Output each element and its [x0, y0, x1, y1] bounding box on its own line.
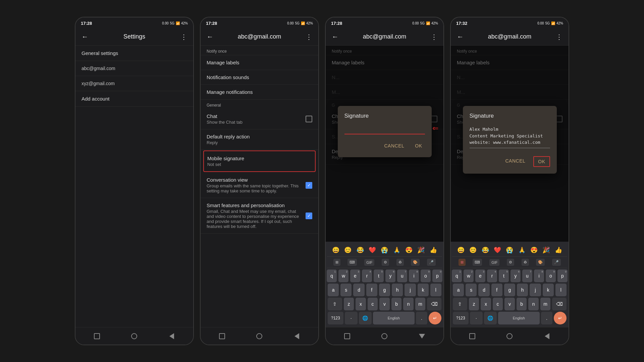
tool-grid-4[interactable]: ⊞ — [459, 259, 466, 266]
emoji-9[interactable]: 👍 — [429, 246, 438, 254]
key-g-4[interactable]: g — [504, 284, 515, 296]
key-y[interactable]: y6 — [385, 269, 395, 282]
tool-grid[interactable]: ⊞ — [333, 259, 340, 266]
notification-sounds-item[interactable]: Notification sounds — [201, 70, 318, 85]
key-m-4[interactable]: m — [540, 298, 551, 310]
general-settings-item[interactable]: General settings — [75, 46, 193, 61]
tool-mic[interactable]: 🎤 — [427, 259, 436, 266]
key-h[interactable]: h — [392, 284, 403, 296]
add-account-item[interactable]: Add account — [75, 91, 193, 107]
key-c[interactable]: c — [368, 298, 378, 310]
cancel-button-3[interactable]: Cancel — [381, 141, 407, 150]
key-n[interactable]: n — [403, 298, 414, 310]
key-f-4[interactable]: f — [491, 284, 502, 296]
back-button-3[interactable]: ← — [330, 32, 340, 42]
key-e[interactable]: e3 — [350, 269, 360, 282]
tool-gif[interactable]: GIF — [364, 259, 374, 266]
key-n-4[interactable]: n — [528, 298, 539, 310]
nav-triangle-3[interactable] — [419, 334, 425, 339]
menu-button-3[interactable]: ⋮ — [429, 32, 439, 42]
signature-input-3[interactable] — [344, 124, 425, 134]
nav-square-2[interactable] — [219, 333, 225, 339]
key-q-4[interactable]: q1 — [452, 269, 462, 282]
chat-checkbox[interactable] — [306, 116, 312, 122]
back-button-1[interactable]: ← — [80, 32, 90, 42]
key-d[interactable]: d — [353, 284, 364, 296]
nav-circle-3[interactable] — [381, 333, 387, 339]
key-dot-menu[interactable]: · — [345, 312, 358, 324]
key-p[interactable]: p0 — [432, 269, 442, 282]
nav-square-1[interactable] — [94, 333, 100, 339]
key-enter[interactable]: ↵ — [429, 312, 441, 324]
key-a-4[interactable]: a — [453, 284, 464, 296]
nav-square-4[interactable] — [469, 333, 475, 339]
key-z[interactable]: z — [344, 298, 354, 310]
conversation-view-item[interactable]: Conversation view Group emails with the … — [201, 173, 318, 198]
tool-settings-4[interactable]: ⚙ — [507, 259, 514, 266]
key-o-4[interactable]: o9 — [546, 269, 556, 282]
key-u[interactable]: u7 — [397, 269, 407, 282]
tool-mic-4[interactable]: 🎤 — [552, 259, 561, 266]
key-l[interactable]: l — [430, 284, 441, 296]
nav-triangle-4[interactable] — [545, 333, 549, 339]
chat-item[interactable]: Chat Show the Chat tab — [201, 109, 318, 129]
signature-input-4[interactable]: Alex Maholm Content Marketing Specialist… — [470, 124, 550, 148]
back-button-4[interactable]: ← — [455, 32, 465, 42]
key-y-4[interactable]: y6 — [511, 269, 521, 282]
emoji-2[interactable]: 😊 — [343, 246, 352, 254]
nav-triangle-1[interactable] — [169, 333, 174, 339]
tool-color[interactable]: 🎨 — [411, 259, 420, 266]
emoji-4-4[interactable]: ❤️ — [493, 246, 502, 254]
cancel-button-4[interactable]: Cancel — [502, 156, 528, 167]
tool-sticker[interactable]: ♻ — [396, 259, 404, 266]
key-num-4[interactable]: ?123 — [453, 312, 469, 324]
key-v-4[interactable]: v — [504, 298, 515, 310]
key-shift-4[interactable]: ⇧ — [453, 298, 467, 310]
key-m[interactable]: m — [415, 298, 426, 310]
key-b-4[interactable]: b — [517, 298, 527, 310]
key-o[interactable]: o9 — [421, 269, 431, 282]
ok-button-4[interactable]: OK — [533, 156, 550, 167]
nav-circle-4[interactable] — [506, 333, 513, 339]
key-x[interactable]: x — [356, 298, 366, 310]
manage-notifications-item[interactable]: Manage notifications — [201, 85, 318, 100]
account-abc-item[interactable]: abc@gmail.com ⇐ — [75, 61, 193, 76]
ok-button-3[interactable]: OK — [412, 141, 425, 150]
emoji-1[interactable]: 😄 — [331, 246, 340, 254]
emoji-4-7[interactable]: 😍 — [530, 246, 538, 254]
key-z-4[interactable]: z — [469, 298, 479, 310]
key-i[interactable]: i8 — [409, 269, 419, 282]
tool-color-4[interactable]: 🎨 — [536, 259, 545, 266]
smart-features-checkbox[interactable] — [306, 213, 312, 219]
key-globe-4[interactable]: 🌐 — [484, 312, 497, 324]
key-f[interactable]: f — [366, 284, 377, 296]
key-period-4[interactable]: . — [541, 312, 552, 324]
emoji-5[interactable]: 😭 — [380, 246, 389, 254]
key-h-4[interactable]: h — [517, 284, 528, 296]
key-j-4[interactable]: j — [530, 284, 541, 296]
emoji-4-2[interactable]: 😊 — [469, 246, 477, 254]
nav-triangle-2[interactable] — [294, 333, 299, 339]
key-t[interactable]: t5 — [374, 269, 384, 282]
key-s[interactable]: s — [340, 284, 352, 296]
emoji-4-6[interactable]: 🙏 — [518, 246, 526, 254]
key-w[interactable]: w2 — [338, 269, 348, 282]
smart-features-item[interactable]: Smart features and personalisation Gmail… — [201, 198, 318, 234]
key-period[interactable]: . — [416, 312, 427, 324]
emoji-8[interactable]: 🎉 — [417, 246, 425, 254]
emoji-4-3[interactable]: 😂 — [481, 246, 490, 254]
key-p-4[interactable]: p0 — [557, 269, 568, 282]
emoji-7[interactable]: 😍 — [405, 246, 413, 254]
key-s-4[interactable]: s — [466, 284, 477, 296]
tool-keyboard-4[interactable]: ⌨ — [473, 259, 482, 266]
tool-gif-4[interactable]: GIF — [489, 259, 499, 266]
mobile-signature-item[interactable]: Mobile signature Not set — [203, 150, 316, 172]
account-xyz-item[interactable]: xyz@gmail.com — [75, 76, 193, 91]
tool-keyboard[interactable]: ⌨ — [347, 259, 357, 266]
key-dot-menu-4[interactable]: · — [470, 312, 483, 324]
key-w-4[interactable]: w2 — [464, 269, 474, 282]
conversation-checkbox[interactable] — [306, 182, 312, 189]
key-delete[interactable]: ⌫ — [427, 298, 441, 310]
key-b[interactable]: b — [391, 298, 402, 310]
key-r[interactable]: r4 — [362, 269, 372, 282]
